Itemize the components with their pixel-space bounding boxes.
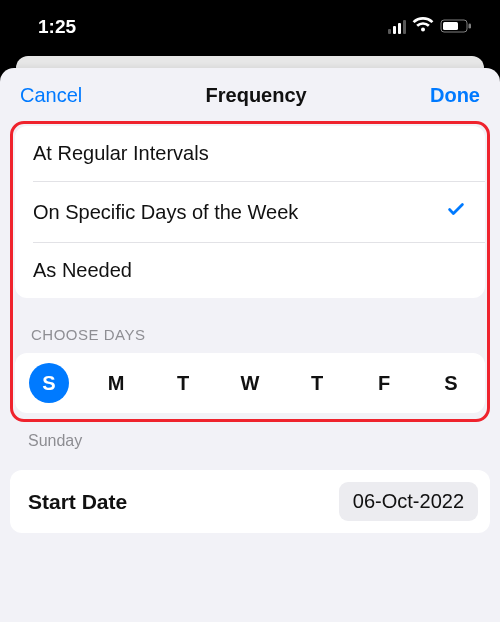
day-tuesday[interactable]: T [163, 363, 203, 403]
option-label: On Specific Days of the Week [33, 201, 298, 224]
selected-days-label: Sunday [10, 422, 490, 456]
day-wednesday[interactable]: W [230, 363, 270, 403]
day-monday[interactable]: M [96, 363, 136, 403]
day-sunday[interactable]: S [29, 363, 69, 403]
cancel-button[interactable]: Cancel [20, 84, 82, 107]
status-bar: 1:25 [0, 0, 500, 50]
battery-icon [440, 16, 472, 38]
day-friday[interactable]: F [364, 363, 404, 403]
wifi-icon [412, 16, 434, 38]
cellular-icon [388, 20, 407, 34]
nav-bar: Cancel Frequency Done [0, 68, 500, 121]
option-label: At Regular Intervals [33, 142, 209, 165]
day-thursday[interactable]: T [297, 363, 337, 403]
option-label: As Needed [33, 259, 132, 282]
svg-rect-2 [469, 24, 472, 29]
frequency-option-as-needed[interactable]: As Needed [15, 243, 485, 298]
choose-days-header: CHOOSE DAYS [15, 298, 485, 353]
day-saturday[interactable]: S [431, 363, 471, 403]
status-time: 1:25 [38, 16, 76, 38]
day-selector: S M T W T F S [15, 353, 485, 413]
highlight-annotation: At Regular Intervals On Specific Days of… [10, 121, 490, 422]
page-title: Frequency [206, 84, 307, 107]
frequency-option-regular-intervals[interactable]: At Regular Intervals [15, 126, 485, 181]
frequency-options-group: At Regular Intervals On Specific Days of… [15, 126, 485, 298]
frequency-option-specific-days[interactable]: On Specific Days of the Week [15, 182, 485, 242]
start-date-row[interactable]: Start Date 06-Oct-2022 [10, 470, 490, 533]
status-indicators [388, 16, 473, 38]
modal-sheet: Cancel Frequency Done At Regular Interva… [0, 68, 500, 622]
checkmark-icon [445, 198, 467, 226]
svg-rect-1 [443, 22, 458, 30]
done-button[interactable]: Done [430, 84, 480, 107]
start-date-label: Start Date [28, 490, 127, 514]
start-date-value[interactable]: 06-Oct-2022 [339, 482, 478, 521]
